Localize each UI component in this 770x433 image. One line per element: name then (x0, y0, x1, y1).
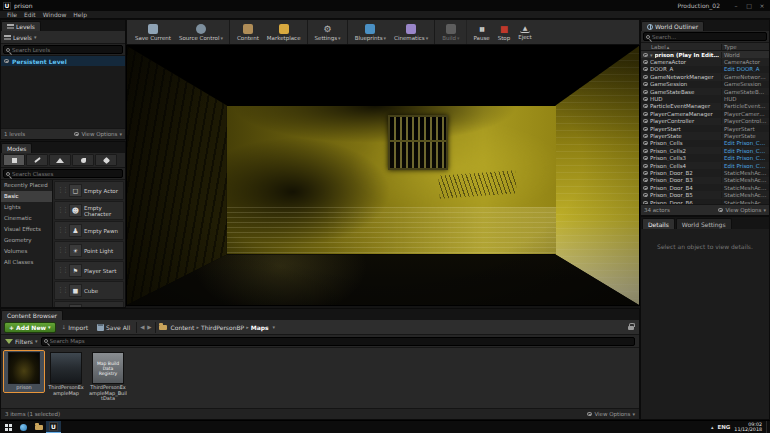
visibility-eye-icon[interactable] (643, 193, 648, 197)
mode-tool-button[interactable] (26, 154, 48, 166)
mode-category[interactable]: Recently Placed (1, 180, 52, 191)
visibility-eye-icon[interactable] (643, 53, 648, 57)
toolbar-button[interactable]: Eject ▾ (514, 20, 536, 44)
levels-view-options[interactable]: View Options ▾ (74, 131, 122, 137)
outliner-root-row[interactable]: ▾ prison (Play In Editor) World (641, 51, 769, 58)
close-button[interactable]: × (757, 2, 767, 9)
placeable-item[interactable]: ⋮⋮ Empty Pawn (54, 221, 124, 240)
minimize-button[interactable]: – (731, 2, 741, 9)
taskbar-app-unreal[interactable]: U (46, 421, 61, 433)
toolbar-button[interactable]: Source Control ▾ (175, 20, 230, 44)
outliner-row[interactable]: Prison_Door_B3 StaticMeshActor (641, 177, 769, 184)
level-row[interactable]: Persistent Level (1, 56, 125, 66)
asset-search-input[interactable] (50, 338, 632, 344)
taskbar-app-explorer[interactable] (31, 421, 46, 433)
visibility-eye-icon[interactable] (643, 171, 648, 175)
visibility-eye-icon[interactable] (643, 112, 648, 116)
mode-tool-button[interactable] (49, 154, 71, 166)
outliner-row[interactable]: Prison_Door_B4 StaticMeshActor (641, 184, 769, 191)
language-indicator[interactable]: ENG (717, 424, 730, 430)
visibility-eye-icon[interactable] (643, 75, 648, 79)
filters-button[interactable]: Filters ▾ (5, 338, 38, 345)
outliner-row[interactable]: PlayerController PlayerController (641, 118, 769, 125)
visibility-eye-icon[interactable] (643, 90, 648, 94)
placeable-item[interactable]: ⋮⋮ Player Start (54, 261, 124, 280)
column-header-type[interactable]: Type (721, 44, 769, 50)
tab-modes[interactable]: Modes (1, 143, 32, 153)
toolbar-button[interactable]: Settings ▾ (311, 20, 348, 44)
toolbar-button[interactable]: Cinematics ▾ (390, 20, 435, 44)
content-view-options[interactable]: View Options ▾ (587, 411, 635, 417)
save-all-button[interactable]: Save All (94, 322, 133, 333)
toolbar-button[interactable]: Content ▾ (233, 20, 263, 44)
back-button[interactable]: ◀ (140, 324, 144, 330)
visibility-eye-icon[interactable] (643, 134, 648, 138)
toolbar-button[interactable]: Save Current ▾ (131, 20, 175, 44)
maximize-button[interactable]: □ (744, 2, 754, 9)
mode-category[interactable]: Basic (1, 191, 52, 202)
mode-category[interactable]: All Classes (1, 257, 52, 268)
outliner-row[interactable]: Prison_Cells2 Edit Prison_Cells2 (641, 147, 769, 154)
mode-tool-button[interactable] (95, 154, 117, 166)
lock-icon[interactable] (628, 326, 634, 330)
toolbar-button[interactable]: Pause ▾ (470, 20, 494, 44)
levels-search-input[interactable] (12, 47, 120, 53)
tab-world-outliner[interactable]: World Outliner (641, 21, 704, 31)
outliner-row[interactable]: GameNetworkManager GameNetworkManager (641, 73, 769, 80)
visibility-eye-icon[interactable] (643, 67, 648, 71)
outliner-row[interactable]: Prison_Cells3 Edit Prison_Cells3 (641, 154, 769, 161)
toolbar-button[interactable]: Stop ▾ (494, 20, 515, 44)
placeable-item[interactable]: ⋮⋮ Empty Character (54, 201, 124, 220)
add-new-button[interactable]: + Add New ▾ (4, 322, 56, 333)
modes-search-input[interactable] (12, 171, 120, 177)
placeable-item[interactable]: ⋮⋮ Empty Actor (54, 181, 124, 200)
visibility-eye-icon[interactable] (643, 149, 648, 153)
show-desktop-button[interactable] (766, 421, 769, 433)
tray-expand-icon[interactable]: ▴ (711, 424, 714, 430)
taskbar-clock[interactable]: 09:02 11/12/2018 (734, 422, 762, 433)
visibility-eye-icon[interactable] (643, 97, 648, 101)
tab-content-browser[interactable]: Content Browser (1, 310, 63, 320)
toolbar-button[interactable]: Marketplace ▾ (263, 20, 308, 44)
levels-dropdown[interactable]: Levels (13, 34, 32, 41)
forward-button[interactable]: ▶ (147, 324, 151, 330)
visibility-eye-icon[interactable] (643, 60, 648, 64)
visibility-eye-icon[interactable] (643, 141, 648, 145)
visibility-eye-icon[interactable] (643, 164, 648, 168)
mode-category[interactable]: Lights (1, 202, 52, 213)
placeable-item[interactable]: ⋮⋮ Sphere (54, 301, 124, 308)
outliner-row[interactable]: Prison_Cells Edit Prison_Cells (641, 140, 769, 147)
mode-category[interactable]: Geometry (1, 235, 52, 246)
outliner-row[interactable]: HUD HUD (641, 95, 769, 102)
breadcrumb-item[interactable]: ThirdPersonBP (200, 324, 245, 331)
visibility-eye-icon[interactable] (643, 156, 648, 160)
mode-category[interactable]: Visual Effects (1, 224, 52, 235)
column-header-label[interactable]: Label ▴ (641, 44, 721, 50)
asset-item[interactable]: prison (4, 351, 44, 392)
start-button[interactable] (0, 421, 16, 433)
details-tab[interactable]: Details (642, 218, 675, 229)
visibility-eye-icon[interactable] (643, 104, 648, 108)
outliner-row[interactable]: ParticleEventManager ParticleEventManage… (641, 103, 769, 110)
asset-item[interactable]: Map Build Data Registry ThirdPersonExamp… (88, 351, 128, 403)
visibility-eye-icon[interactable] (643, 127, 648, 131)
placeable-item[interactable]: ⋮⋮ Point Light (54, 241, 124, 260)
toolbar-button[interactable]: Build ▾ (438, 20, 466, 44)
path-dropdown-icon[interactable]: ▾ (273, 324, 276, 330)
outliner-view-options[interactable]: View Options ▾ (718, 207, 766, 213)
menu-item[interactable]: File (4, 11, 20, 18)
outliner-row[interactable]: PlayerState PlayerState (641, 132, 769, 139)
taskbar-app-browser[interactable] (16, 421, 31, 433)
menu-item[interactable]: Window (40, 11, 70, 18)
visibility-eye-icon[interactable] (643, 119, 648, 123)
viewport-3d[interactable] (126, 45, 640, 306)
asset-item[interactable]: ThirdPersonExampleMap (46, 351, 86, 397)
mode-tool-button[interactable] (72, 154, 94, 166)
visibility-eye-icon[interactable] (643, 178, 648, 182)
outliner-row[interactable]: Prison_Cells4 Edit Prison_Cells4 (641, 162, 769, 169)
outliner-row[interactable]: Prison_Door_B5 StaticMeshActor (641, 191, 769, 198)
outliner-row[interactable]: GameStateBase GameStateBase (641, 88, 769, 95)
outliner-row[interactable]: GameSession GameSession (641, 81, 769, 88)
mode-category[interactable]: Volumes (1, 246, 52, 257)
import-button[interactable]: ↓ Import (59, 322, 92, 333)
